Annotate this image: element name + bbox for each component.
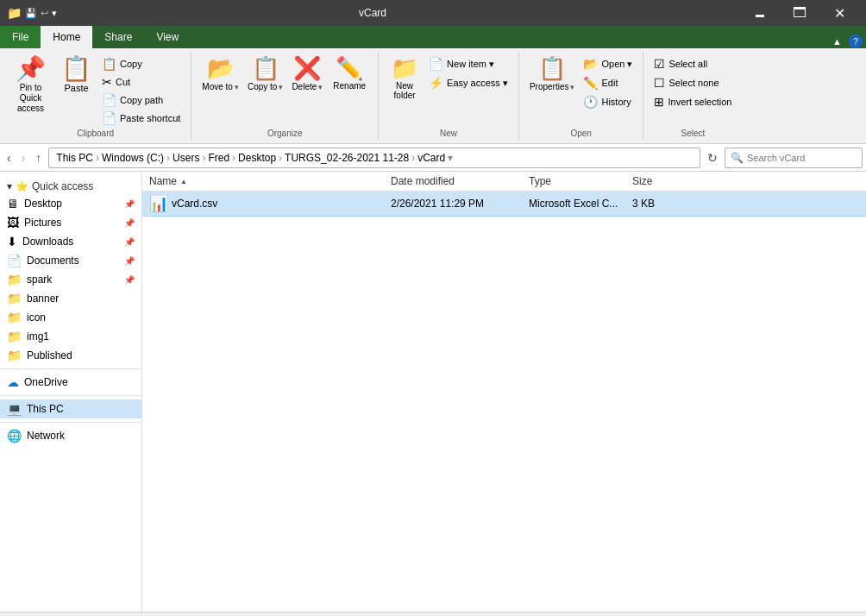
edit-label: Edit xyxy=(601,78,618,88)
open-button[interactable]: 📂 Open ▾ xyxy=(580,55,636,72)
forward-button[interactable]: › xyxy=(18,149,29,167)
close-button[interactable]: ✕ xyxy=(819,0,859,26)
tab-share[interactable]: Share xyxy=(92,26,144,48)
new-item-button[interactable]: 📄 New item ▾ xyxy=(425,55,511,72)
title-bar-icons: 📁 💾 ↩ ▾ xyxy=(7,6,57,20)
copy-icon: 📋 xyxy=(102,57,116,71)
select-all-label: Select all xyxy=(668,59,707,69)
select-all-button[interactable]: ☑ Select all xyxy=(650,55,735,72)
sidebar-item-downloads[interactable]: ⬇ Downloads 📌 xyxy=(0,232,141,251)
quick-access-header[interactable]: ▾ ⭐ Quick access xyxy=(0,175,141,194)
ribbon-collapse-btn[interactable]: ▲ xyxy=(829,35,845,48)
clipboard-buttons: 📌 Pin to Quickaccess 📋 Paste 📋 Copy ✂ Cu… xyxy=(7,53,184,127)
address-path[interactable]: This PC › Windows (C:) › Users › Fred › … xyxy=(48,148,700,168)
invert-selection-button[interactable]: ⊞ Invert selection xyxy=(650,93,735,110)
path-turgs[interactable]: TURGS_02-26-2021 11-28 xyxy=(285,152,409,164)
ribbon-body: 📌 Pin to Quickaccess 📋 Paste 📋 Copy ✂ Cu… xyxy=(0,48,866,144)
tab-file[interactable]: File xyxy=(0,26,41,48)
titlebar-customize-btn[interactable]: ▾ xyxy=(52,8,57,19)
onedrive-label: OneDrive xyxy=(24,376,135,388)
select-none-button[interactable]: ☐ Select none xyxy=(650,74,735,91)
up-button[interactable]: ↑ xyxy=(32,149,45,167)
tab-view[interactable]: View xyxy=(144,26,191,48)
path-windows-c[interactable]: Windows (C:) xyxy=(102,152,164,164)
sidebar-item-onedrive[interactable]: ☁ OneDrive xyxy=(0,373,141,392)
path-desktop[interactable]: Desktop xyxy=(238,152,276,164)
sidebar-item-banner[interactable]: 📁 banner xyxy=(0,289,141,308)
col-header-name[interactable]: Name ▲ xyxy=(149,175,391,187)
copy-button[interactable]: 📋 Copy xyxy=(98,55,184,72)
new-item-label: New item ▾ xyxy=(447,59,494,70)
file-name-cell: 📊 vCard.csv xyxy=(149,194,391,213)
select-all-icon: ☑ xyxy=(654,57,665,71)
pin-to-quick-access-button[interactable]: 📌 Pin to Quickaccess xyxy=(7,53,54,117)
copy-to-button[interactable]: 📋 Copy to ▾ xyxy=(244,53,286,93)
paste-shortcut-label: Paste shortcut xyxy=(120,113,180,123)
maximize-button[interactable]: 🗖 xyxy=(780,0,819,26)
open-icon: 📂 xyxy=(583,57,598,71)
quick-save-btn[interactable]: 💾 xyxy=(25,8,37,19)
sidebar-divider-2 xyxy=(0,395,141,396)
cut-label: Cut xyxy=(116,77,130,87)
sidebar-item-documents[interactable]: 📄 Documents 📌 xyxy=(0,251,141,270)
desktop-label: Desktop xyxy=(24,198,119,210)
sort-arrow-name: ▲ xyxy=(180,178,187,185)
new-folder-button[interactable]: 📁 Newfolder xyxy=(386,53,424,104)
network-icon: 🌐 xyxy=(7,429,22,443)
edit-button[interactable]: ✏️ Edit xyxy=(580,74,636,91)
sidebar-item-this-pc[interactable]: 💻 This PC xyxy=(0,399,141,418)
cut-button[interactable]: ✂ Cut xyxy=(98,73,184,91)
path-users[interactable]: Users xyxy=(173,152,199,164)
rename-label: Rename xyxy=(333,81,366,91)
history-button[interactable]: 🕐 History xyxy=(580,93,636,110)
sidebar-item-published[interactable]: 📁 Published xyxy=(0,346,141,365)
sidebar-item-spark[interactable]: 📁 spark 📌 xyxy=(0,270,141,289)
window-title: vCard xyxy=(62,7,683,19)
pin-indicator-2: 📌 xyxy=(124,218,135,228)
path-fred[interactable]: Fred xyxy=(208,152,229,164)
sidebar-item-desktop[interactable]: 🖥 Desktop 📌 xyxy=(0,194,141,213)
path-vcard[interactable]: vCard xyxy=(417,152,445,164)
back-button[interactable]: ‹ xyxy=(3,149,15,167)
select-buttons: ☑ Select all ☐ Select none ⊞ Invert sele… xyxy=(650,53,735,127)
minimize-button[interactable]: 🗕 xyxy=(740,0,780,26)
delete-button[interactable]: ❌ Delete ▾ xyxy=(288,53,326,93)
file-list[interactable]: Name ▲ Date modified Type Size 📊 vCard.c… xyxy=(142,172,866,612)
properties-button[interactable]: 📋 Properties ▾ xyxy=(526,53,579,93)
sidebar-item-pictures[interactable]: 🖼 Pictures 📌 xyxy=(0,213,141,232)
img1-icon: 📁 xyxy=(7,330,22,343)
sidebar-item-icon[interactable]: 📁 icon xyxy=(0,308,141,327)
search-box[interactable]: 🔍 xyxy=(725,148,863,168)
col-header-date[interactable]: Date modified xyxy=(391,175,529,187)
status-bar: 1 item 1 item selected 2.85 KB ⊞ ⊟ xyxy=(0,612,866,616)
sidebar-divider-1 xyxy=(0,368,141,369)
icon-label: icon xyxy=(27,311,135,324)
paste-shortcut-button[interactable]: 📄 Paste shortcut xyxy=(98,110,184,127)
table-row[interactable]: 📊 vCard.csv 2/26/2021 11:29 PM Microsoft… xyxy=(142,192,866,217)
copy-to-arrow: ▾ xyxy=(279,83,283,91)
move-to-button[interactable]: 📂 Move to ▾ xyxy=(198,53,242,93)
main-content: ▾ ⭐ Quick access 🖥 Desktop 📌 🖼 Pictures … xyxy=(0,172,866,612)
move-to-label: Move to xyxy=(202,82,233,91)
tab-home[interactable]: Home xyxy=(41,26,92,48)
select-none-label: Select none xyxy=(668,78,719,88)
copy-path-button[interactable]: 📄 Copy path xyxy=(98,91,184,109)
quick-undo-btn[interactable]: ↩ xyxy=(41,8,48,19)
sidebar-divider-3 xyxy=(0,422,141,423)
col-header-type[interactable]: Type xyxy=(529,175,632,187)
banner-icon: 📁 xyxy=(7,292,22,305)
refresh-button[interactable]: ↻ xyxy=(704,149,721,167)
col-header-size[interactable]: Size xyxy=(632,175,701,187)
ribbon-help-btn[interactable]: ? xyxy=(849,35,863,48)
sidebar-item-img1[interactable]: 📁 img1 xyxy=(0,327,141,346)
delete-icon: ❌ xyxy=(293,55,321,82)
sidebar-item-network[interactable]: 🌐 Network xyxy=(0,426,141,445)
paste-button[interactable]: 📋 Paste xyxy=(56,53,97,97)
path-this-pc[interactable]: This PC xyxy=(56,152,93,164)
search-input[interactable] xyxy=(747,153,857,163)
ribbon-nav: ▲ ? xyxy=(829,35,866,48)
easy-access-button[interactable]: ⚡ Easy access ▾ xyxy=(425,74,511,91)
rename-button[interactable]: ✏️ Rename xyxy=(328,53,371,94)
new-folder-label: Newfolder xyxy=(394,81,416,100)
titlebar-icon: 📁 xyxy=(7,6,22,20)
